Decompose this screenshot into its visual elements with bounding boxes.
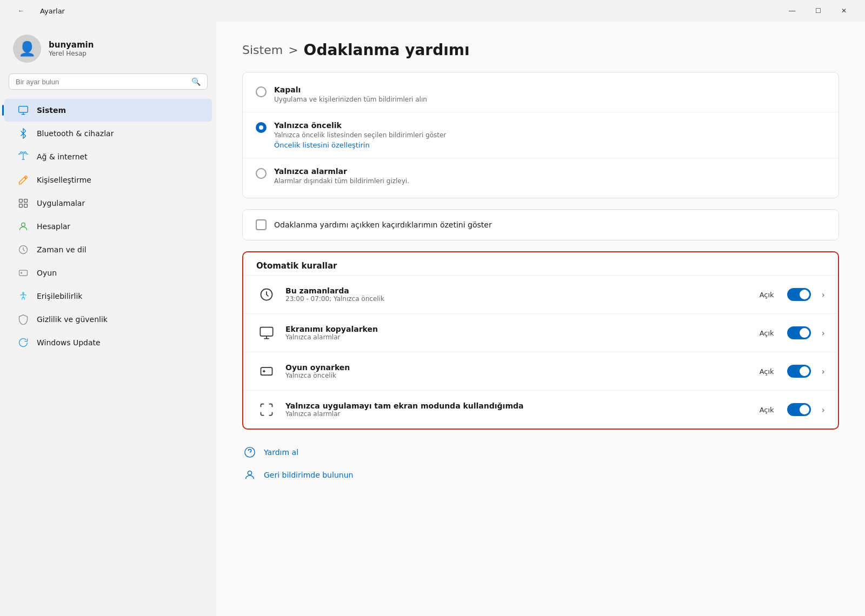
network-icon bbox=[17, 151, 29, 163]
radio-option-kapali[interactable]: KapalıUygulama ve kişilerinizden tüm bil… bbox=[243, 77, 839, 112]
radio-sub-yalnizca-oncelik: Yalnızca öncelik listesinden seçilen bil… bbox=[274, 131, 826, 139]
radio-label-yalnizca-alarmlar: Yalnızca alarmlar bbox=[274, 167, 826, 176]
sidebar-item-update[interactable]: Windows Update bbox=[4, 331, 212, 354]
sidebar-item-label-accounts: Hesaplar bbox=[37, 222, 70, 231]
rule-row-bu-zamanlarda[interactable]: Bu zamanlarda23:00 - 07:00; Yalnızca önc… bbox=[243, 275, 838, 313]
maximize-button[interactable]: ☐ bbox=[806, 2, 830, 19]
rule-icon-tam-ekran bbox=[256, 399, 277, 420]
radio-sub-kapali: Uygulama ve kişilerinizden tüm bildiriml… bbox=[274, 96, 826, 103]
rule-toggle-bu-zamanlarda[interactable] bbox=[787, 288, 811, 301]
footer-link-icon-geri-bildirim bbox=[242, 467, 257, 483]
sidebar-item-access[interactable]: Erişilebilirlik bbox=[4, 285, 212, 307]
radio-label-kapali: Kapalı bbox=[274, 85, 826, 94]
sidebar-item-privacy[interactable]: Gizlilik ve güvenlik bbox=[4, 308, 212, 331]
svg-rect-2 bbox=[24, 199, 28, 203]
minimize-button[interactable]: — bbox=[780, 2, 804, 19]
time-icon bbox=[17, 244, 29, 256]
user-subtitle: Yerel Hesap bbox=[49, 50, 94, 57]
sidebar-item-label-sistem: Sistem bbox=[37, 106, 66, 115]
title-bar: ← Ayarlar — ☐ ✕ bbox=[0, 0, 865, 22]
rule-toggle-ekrani-kopyalarken[interactable] bbox=[787, 326, 811, 339]
sidebar-item-label-game: Oyun bbox=[37, 269, 57, 277]
sidebar-item-label-bluetooth: Bluetooth & cihazlar bbox=[37, 129, 114, 138]
access-icon bbox=[17, 290, 29, 302]
rule-row-tam-ekran[interactable]: Yalnızca uygulamayı tam ekran modunda ku… bbox=[243, 390, 838, 428]
user-profile: 👤 bunyamin Yerel Hesap bbox=[0, 30, 216, 73]
sidebar-item-network[interactable]: Ağ & internet bbox=[4, 145, 212, 168]
radio-circle-yalnizca-oncelik bbox=[256, 122, 267, 133]
user-name: bunyamin bbox=[49, 40, 94, 50]
bluetooth-icon bbox=[17, 128, 29, 139]
sistem-icon bbox=[17, 104, 29, 116]
back-button[interactable]: ← bbox=[9, 2, 34, 19]
checkbox-input[interactable] bbox=[256, 219, 267, 230]
sidebar-item-bluetooth[interactable]: Bluetooth & cihazlar bbox=[4, 122, 212, 145]
close-button[interactable]: ✕ bbox=[831, 2, 856, 19]
breadcrumb-parent: Sistem bbox=[242, 43, 283, 57]
sidebar-item-personalize[interactable]: Kişiselleştirme bbox=[4, 169, 212, 191]
sidebar-item-label-update: Windows Update bbox=[37, 338, 101, 347]
sidebar-item-label-privacy: Gizlilik ve güvenlik bbox=[37, 315, 108, 324]
game-icon bbox=[17, 267, 29, 279]
user-icon: 👤 bbox=[18, 41, 36, 57]
radio-options-card: KapalıUygulama ve kişilerinizden tüm bil… bbox=[242, 72, 839, 198]
footer-link-label-geri-bildirim: Geri bildirimde bulunun bbox=[264, 471, 353, 479]
rule-name-oyun-oynarken: Oyun oynarken bbox=[285, 363, 751, 372]
rule-row-oyun-oynarken[interactable]: Oyun oynarkenYalnızca öncelikAçık› bbox=[243, 352, 838, 390]
svg-rect-9 bbox=[260, 327, 272, 336]
rule-sub-ekrani-kopyalarken: Yalnızca alarmlar bbox=[285, 333, 751, 341]
rule-toggle-tam-ekran[interactable] bbox=[787, 403, 811, 416]
rule-status-oyun-oynarken: Açık bbox=[760, 367, 774, 376]
sidebar-item-label-apps: Uygulamalar bbox=[37, 199, 85, 207]
svg-rect-0 bbox=[19, 106, 28, 113]
svg-rect-3 bbox=[19, 204, 23, 207]
radio-sub-yalnizca-alarmlar: Alarmlar dışındaki tüm bildirimleri gizl… bbox=[274, 177, 826, 185]
rule-icon-ekrani-kopyalarken bbox=[256, 323, 277, 343]
radio-option-yalnizca-alarmlar[interactable]: Yalnızca alarmlarAlarmlar dışındaki tüm … bbox=[243, 158, 839, 193]
footer-link-geri-bildirim[interactable]: Geri bildirimde bulunun bbox=[242, 467, 839, 483]
svg-point-11 bbox=[248, 471, 251, 475]
footer-link-label-yardim-al: Yardım al bbox=[264, 448, 298, 457]
auto-rules-section: Otomatik kurallar Bu zamanlarda23:00 - 0… bbox=[242, 251, 839, 430]
main-content: Sistem > Odaklanma yardımı KapalıUygulam… bbox=[216, 22, 865, 616]
svg-point-7 bbox=[23, 292, 24, 294]
checkbox-label: Odaklanma yardımı açıkken kaçırdıklarımı… bbox=[274, 220, 492, 229]
sidebar-item-label-personalize: Kişiselleştirme bbox=[37, 176, 91, 184]
svg-rect-4 bbox=[24, 204, 28, 207]
svg-rect-1 bbox=[19, 199, 23, 203]
breadcrumb-current: Odaklanma yardımı bbox=[304, 41, 470, 59]
rule-status-bu-zamanlarda: Açık bbox=[760, 291, 774, 299]
sidebar-item-game[interactable]: Oyun bbox=[4, 262, 212, 284]
rule-toggle-oyun-oynarken[interactable] bbox=[787, 365, 811, 378]
search-input[interactable] bbox=[16, 78, 187, 86]
radio-circle-yalnizca-alarmlar bbox=[256, 168, 267, 179]
radio-circle-kapali bbox=[256, 86, 267, 97]
footer-link-icon-yardim-al bbox=[242, 445, 257, 460]
footer-links: Yardım alGeri bildirimde bulunun bbox=[242, 445, 839, 483]
sidebar-item-accounts[interactable]: Hesaplar bbox=[4, 215, 212, 238]
checkbox-row[interactable]: Odaklanma yardımı açıkken kaçırdıklarımı… bbox=[242, 209, 839, 240]
svg-point-5 bbox=[22, 223, 25, 226]
sidebar: 👤 bunyamin Yerel Hesap 🔍 SistemBluetooth… bbox=[0, 22, 216, 616]
rule-icon-bu-zamanlarda bbox=[256, 284, 277, 305]
rule-chevron-ekrani-kopyalarken: › bbox=[822, 328, 825, 338]
sidebar-item-time[interactable]: Zaman ve dil bbox=[4, 238, 212, 261]
rule-chevron-tam-ekran: › bbox=[822, 405, 825, 415]
search-box[interactable]: 🔍 bbox=[9, 73, 208, 90]
rule-sub-oyun-oynarken: Yalnızca öncelik bbox=[285, 372, 751, 379]
apps-icon bbox=[17, 197, 29, 209]
sidebar-item-apps[interactable]: Uygulamalar bbox=[4, 192, 212, 215]
sidebar-item-sistem[interactable]: Sistem bbox=[4, 99, 212, 122]
rule-status-ekrani-kopyalarken: Açık bbox=[760, 329, 774, 337]
search-icon: 🔍 bbox=[191, 77, 201, 86]
rule-name-bu-zamanlarda: Bu zamanlarda bbox=[285, 286, 751, 295]
radio-option-yalnizca-oncelik[interactable]: Yalnızca öncelikYalnızca öncelik listesi… bbox=[243, 112, 839, 158]
rule-row-ekrani-kopyalarken[interactable]: Ekranımı kopyalarkenYalnızca alarmlarAçı… bbox=[243, 313, 838, 352]
sidebar-item-label-time: Zaman ve dil bbox=[37, 245, 86, 254]
rule-status-tam-ekran: Açık bbox=[760, 406, 774, 414]
privacy-icon bbox=[17, 313, 29, 325]
footer-link-yardim-al[interactable]: Yardım al bbox=[242, 445, 839, 460]
sidebar-item-label-access: Erişilebilirlik bbox=[37, 292, 82, 300]
rule-icon-oyun-oynarken bbox=[256, 361, 277, 381]
radio-link-yalnizca-oncelik[interactable]: Öncelik listesini özelleştirin bbox=[274, 141, 826, 149]
